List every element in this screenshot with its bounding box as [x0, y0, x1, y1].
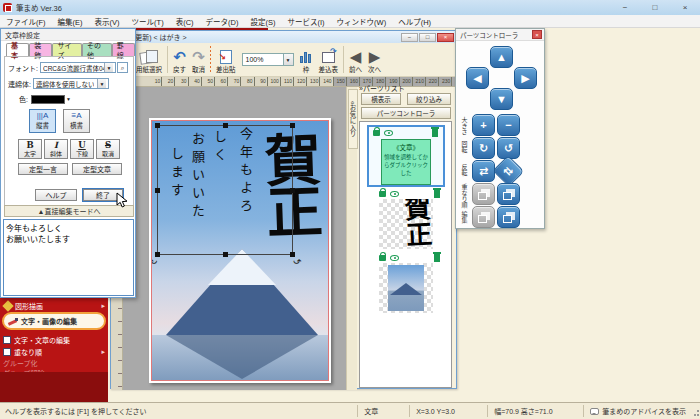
postcard[interactable]: 今年もよろしくお願いいたします 賀正 ↶ ↶ ↶ ↶: [149, 118, 331, 383]
move-right-button[interactable]: ▶: [514, 67, 537, 89]
chevron-down-icon[interactable]: ▼: [66, 96, 71, 102]
greeting-text-input[interactable]: 今年もよろしく お願いいたします: [3, 219, 134, 296]
dialog-tab[interactable]: 基本: [6, 43, 29, 56]
document-close-button[interactable]: ×: [437, 33, 454, 42]
text-part-thumbnail[interactable]: 《文章》 領域を調整してからダブルクリックした: [381, 139, 431, 185]
frame-button[interactable]: 枠: [297, 43, 316, 76]
menu-item[interactable]: 編集(E): [52, 15, 89, 28]
eye-icon[interactable]: [390, 255, 399, 261]
rotate-cw-button[interactable]: ↻: [472, 137, 495, 159]
text-frame-settings-dialog: 文章枠設定 基本装飾サイズその他罫線 フォント: CRC&G流麗行書体04 ▼ …: [0, 28, 136, 298]
window-close-button[interactable]: ×: [670, 0, 700, 15]
color-swatch[interactable]: [31, 95, 65, 104]
eye-icon[interactable]: [384, 130, 393, 136]
document-title-bar[interactable]: 無題1(更新) < はがき > − □ ×: [111, 31, 456, 43]
prev-button[interactable]: ◀ 前へ: [346, 43, 365, 76]
parts-list[interactable]: 《文章》 領域を調整してからダブルクリックした 賀正: [359, 121, 452, 388]
move-up-button[interactable]: ▲: [490, 46, 513, 68]
part-item-photo[interactable]: [379, 263, 433, 313]
flip-horizontal-button[interactable]: ⇄: [472, 160, 495, 182]
trash-icon[interactable]: [434, 190, 440, 198]
menu-item[interactable]: 表示(V): [89, 15, 126, 28]
menu-item[interactable]: ツール(T): [126, 15, 170, 28]
send-back-button[interactable]: [497, 206, 520, 228]
eye-icon[interactable]: [390, 191, 399, 197]
part-item-text-selected[interactable]: 《文章》 領域を調整してからダブルクリックした: [367, 125, 445, 187]
sidebar-item-text-edit[interactable]: 文字・文章の編集: [3, 334, 105, 345]
dialog-tab[interactable]: 装飾: [29, 43, 52, 56]
strikethrough-button[interactable]: S 取消: [96, 139, 120, 159]
menu-item[interactable]: ファイル(F): [0, 15, 52, 28]
dialog-tab[interactable]: サイズ: [52, 43, 82, 56]
palette-title-bar[interactable]: パーツコントローラ ×: [456, 29, 544, 41]
rotate-handle-se[interactable]: ↶: [293, 255, 301, 266]
app-icon: [3, 3, 12, 12]
move-left-button[interactable]: ◀: [466, 67, 489, 89]
selection-frame[interactable]: ↶ ↶ ↶ ↶: [157, 125, 293, 255]
menu-item[interactable]: 表(C): [170, 15, 200, 28]
dialog-tab[interactable]: その他: [82, 43, 112, 56]
size-minus-button[interactable]: −: [497, 114, 520, 136]
rotate-handle-nw[interactable]: ↶: [151, 120, 157, 125]
merge-table-button[interactable]: 差込表: [316, 43, 342, 76]
lock-icon[interactable]: [379, 255, 386, 261]
resize-handle-w[interactable]: [155, 188, 160, 193]
resize-grip[interactable]: [692, 405, 700, 417]
palette-close-button[interactable]: ×: [532, 30, 542, 39]
filter-button[interactable]: 絞り込み: [407, 93, 451, 105]
dialog-tab[interactable]: 罫線: [112, 43, 135, 56]
template-phrase-button[interactable]: 定型一言: [18, 163, 68, 175]
underline-button[interactable]: U 下線: [70, 139, 94, 159]
fuji-photo[interactable]: 今年もよろしくお願いいたします 賀正 ↶ ↶ ↶ ↶: [151, 120, 329, 381]
rotate-handle-ne[interactable]: ↶: [293, 120, 301, 125]
horizontal-view-button[interactable]: 横表示: [361, 93, 401, 105]
chevron-down-icon[interactable]: ▼: [104, 63, 113, 72]
sidebar-item-text-image-edit[interactable]: 文字・画像の編集: [2, 312, 106, 330]
design-canvas[interactable]: 今年もよろしくお願いいたします 賀正 ↶ ↶ ↶ ↶: [123, 87, 346, 390]
rotate-handle-sw[interactable]: ↶: [151, 255, 157, 266]
lock-icon[interactable]: [379, 191, 386, 197]
resize-handle-n[interactable]: [223, 123, 228, 128]
part-item-calligraphy[interactable]: 賀正: [379, 199, 433, 249]
font-select[interactable]: CRC&G流麗行書体04 ▼: [40, 62, 116, 73]
template-text-button[interactable]: 定型文章: [72, 163, 122, 175]
sender-paste-button[interactable]: 差出貼: [213, 43, 239, 76]
window-maximize-button[interactable]: □: [640, 0, 670, 15]
next-button[interactable]: ▶ 次へ: [365, 43, 384, 76]
paper-select-button[interactable]: 用紙選択: [133, 43, 165, 76]
parts-controller-button[interactable]: パーツコントローラ: [361, 107, 451, 119]
chevron-down-icon[interactable]: ▼: [97, 79, 106, 88]
horizontal-writing-button[interactable]: ≡A 横書: [63, 109, 90, 133]
window-minimize-button[interactable]: −: [610, 0, 640, 15]
italic-button[interactable]: I 斜体: [44, 139, 68, 159]
renmen-select[interactable]: 連綿体を使用しない ▼: [33, 78, 109, 89]
sidebar-item-stack-order[interactable]: 重なり順: [3, 346, 105, 357]
lock-icon[interactable]: [373, 130, 380, 136]
advice-toggle[interactable]: 筆まめのアドバイスを表示: [583, 405, 692, 417]
document-restore-button[interactable]: □: [419, 33, 436, 42]
undo-button[interactable]: ↶ 戻す: [170, 43, 189, 76]
resize-handle-e[interactable]: [290, 188, 295, 193]
send-backward-button[interactable]: [497, 183, 520, 205]
trash-icon[interactable]: [434, 254, 440, 262]
font-search-button[interactable]: ⌕: [117, 62, 128, 73]
resize-handle-s[interactable]: [223, 252, 228, 257]
chevron-down-icon[interactable]: ▼: [283, 54, 293, 65]
rotate-ccw-button[interactable]: ↺: [497, 137, 520, 159]
size-plus-button[interactable]: +: [472, 114, 495, 136]
bold-button[interactable]: B 太字: [18, 139, 42, 159]
menu-item[interactable]: ヘルプ(H): [392, 15, 437, 28]
help-button[interactable]: ヘルプ: [35, 189, 77, 201]
document-minimize-button[interactable]: −: [401, 33, 418, 42]
vertical-writing-button[interactable]: |||A 縦書: [29, 109, 56, 133]
direct-edit-mode-bar[interactable]: ▲直接編集モードへ: [4, 205, 134, 217]
trash-icon[interactable]: [432, 129, 438, 137]
zoom-select[interactable]: 100% ▼: [242, 53, 294, 66]
menu-item[interactable]: データ(D): [200, 15, 245, 28]
menu-item[interactable]: ウィンドウ(W): [331, 15, 393, 28]
sidebar-item-shape-draw[interactable]: 図形描画: [3, 300, 105, 311]
parts-list-header[interactable]: »パーツリスト: [359, 83, 405, 93]
menu-item[interactable]: サービス(I): [282, 15, 331, 28]
menu-item[interactable]: 設定(S): [245, 15, 282, 28]
move-down-button[interactable]: ▼: [490, 88, 513, 110]
